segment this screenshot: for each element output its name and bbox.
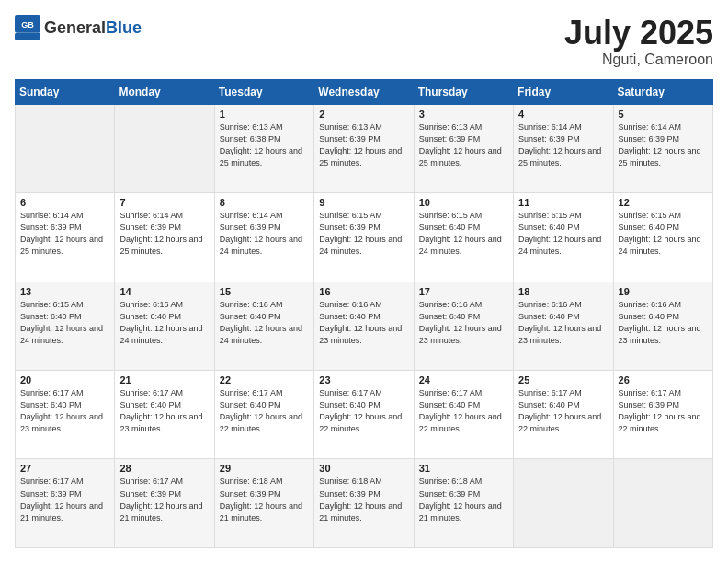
day-info: Sunrise: 6:16 AM Sunset: 6:40 PM Dayligh…	[518, 299, 608, 347]
day-number: 25	[518, 374, 608, 385]
table-row: 31Sunrise: 6:18 AM Sunset: 6:39 PM Dayli…	[414, 459, 513, 548]
day-info: Sunrise: 6:13 AM Sunset: 6:39 PM Dayligh…	[319, 121, 408, 169]
table-row	[613, 459, 712, 548]
header: GB General Blue July 2025 Nguti, Cameroo…	[15, 15, 713, 68]
table-row: 13Sunrise: 6:15 AM Sunset: 6:40 PM Dayli…	[16, 282, 115, 370]
col-sunday: Sunday	[16, 79, 115, 104]
calendar-week-row: 13Sunrise: 6:15 AM Sunset: 6:40 PM Dayli…	[16, 282, 713, 370]
day-info: Sunrise: 6:13 AM Sunset: 6:38 PM Dayligh…	[220, 121, 309, 169]
day-number: 18	[518, 286, 608, 297]
day-number: 22	[220, 374, 309, 385]
day-number: 5	[619, 109, 708, 120]
day-info: Sunrise: 6:15 AM Sunset: 6:40 PM Dayligh…	[419, 210, 508, 258]
col-monday: Monday	[115, 79, 214, 104]
day-info: Sunrise: 6:13 AM Sunset: 6:39 PM Dayligh…	[419, 121, 508, 169]
day-number: 26	[619, 374, 708, 385]
col-wednesday: Wednesday	[314, 79, 414, 104]
day-info: Sunrise: 6:17 AM Sunset: 6:40 PM Dayligh…	[119, 387, 209, 435]
logo: GB General Blue	[15, 15, 142, 40]
logo-general: General	[44, 19, 106, 36]
day-number: 9	[319, 197, 408, 208]
day-info: Sunrise: 6:17 AM Sunset: 6:39 PM Dayligh…	[119, 476, 209, 523]
day-info: Sunrise: 6:15 AM Sunset: 6:40 PM Dayligh…	[518, 210, 608, 258]
table-row: 9Sunrise: 6:15 AM Sunset: 6:39 PM Daylig…	[314, 193, 414, 282]
day-number: 20	[20, 374, 109, 385]
table-row	[115, 104, 214, 192]
day-info: Sunrise: 6:17 AM Sunset: 6:39 PM Dayligh…	[619, 387, 708, 435]
table-row: 21Sunrise: 6:17 AM Sunset: 6:40 PM Dayli…	[115, 371, 214, 459]
table-row: 20Sunrise: 6:17 AM Sunset: 6:40 PM Dayli…	[16, 371, 115, 459]
day-info: Sunrise: 6:17 AM Sunset: 6:40 PM Dayligh…	[419, 387, 508, 435]
table-row: 16Sunrise: 6:16 AM Sunset: 6:40 PM Dayli…	[314, 282, 414, 370]
table-row: 29Sunrise: 6:18 AM Sunset: 6:39 PM Dayli…	[214, 459, 313, 548]
day-info: Sunrise: 6:18 AM Sunset: 6:39 PM Dayligh…	[419, 476, 508, 523]
calendar-week-row: 20Sunrise: 6:17 AM Sunset: 6:40 PM Dayli…	[16, 371, 713, 459]
day-number: 23	[319, 374, 408, 385]
day-info: Sunrise: 6:14 AM Sunset: 6:39 PM Dayligh…	[20, 210, 109, 258]
day-info: Sunrise: 6:18 AM Sunset: 6:39 PM Dayligh…	[220, 476, 309, 523]
table-row: 8Sunrise: 6:14 AM Sunset: 6:39 PM Daylig…	[214, 193, 313, 282]
table-row	[16, 104, 115, 192]
day-info: Sunrise: 6:17 AM Sunset: 6:40 PM Dayligh…	[220, 387, 309, 435]
day-info: Sunrise: 6:17 AM Sunset: 6:40 PM Dayligh…	[20, 387, 109, 435]
day-info: Sunrise: 6:14 AM Sunset: 6:39 PM Dayligh…	[220, 210, 309, 258]
table-row: 18Sunrise: 6:16 AM Sunset: 6:40 PM Dayli…	[514, 282, 613, 370]
day-info: Sunrise: 6:14 AM Sunset: 6:39 PM Dayligh…	[119, 210, 209, 258]
table-row: 24Sunrise: 6:17 AM Sunset: 6:40 PM Dayli…	[414, 371, 513, 459]
day-info: Sunrise: 6:15 AM Sunset: 6:40 PM Dayligh…	[619, 210, 708, 258]
day-number: 10	[419, 197, 508, 208]
day-info: Sunrise: 6:17 AM Sunset: 6:40 PM Dayligh…	[319, 387, 408, 435]
day-number: 19	[619, 286, 708, 297]
calendar-week-row: 27Sunrise: 6:17 AM Sunset: 6:39 PM Dayli…	[16, 459, 713, 548]
table-row: 4Sunrise: 6:14 AM Sunset: 6:39 PM Daylig…	[514, 104, 613, 192]
col-saturday: Saturday	[613, 79, 712, 104]
day-info: Sunrise: 6:17 AM Sunset: 6:40 PM Dayligh…	[518, 387, 608, 435]
table-row: 10Sunrise: 6:15 AM Sunset: 6:40 PM Dayli…	[414, 193, 513, 282]
table-row: 25Sunrise: 6:17 AM Sunset: 6:40 PM Dayli…	[514, 371, 613, 459]
table-row: 14Sunrise: 6:16 AM Sunset: 6:40 PM Dayli…	[115, 282, 214, 370]
day-number: 17	[419, 286, 508, 297]
table-row: 28Sunrise: 6:17 AM Sunset: 6:39 PM Dayli…	[115, 459, 214, 548]
table-row: 5Sunrise: 6:14 AM Sunset: 6:39 PM Daylig…	[613, 104, 712, 192]
table-row: 26Sunrise: 6:17 AM Sunset: 6:39 PM Dayli…	[613, 371, 712, 459]
title-block: July 2025 Nguti, Cameroon	[564, 15, 713, 68]
day-info: Sunrise: 6:16 AM Sunset: 6:40 PM Dayligh…	[419, 299, 508, 347]
day-number: 31	[419, 463, 508, 474]
day-info: Sunrise: 6:15 AM Sunset: 6:39 PM Dayligh…	[319, 210, 408, 258]
day-info: Sunrise: 6:14 AM Sunset: 6:39 PM Dayligh…	[518, 121, 608, 169]
day-info: Sunrise: 6:16 AM Sunset: 6:40 PM Dayligh…	[619, 299, 708, 347]
day-number: 15	[220, 286, 309, 297]
day-number: 4	[518, 109, 608, 120]
table-row: 17Sunrise: 6:16 AM Sunset: 6:40 PM Dayli…	[414, 282, 513, 370]
table-row: 19Sunrise: 6:16 AM Sunset: 6:40 PM Dayli…	[613, 282, 712, 370]
day-number: 1	[220, 109, 309, 120]
day-number: 30	[319, 463, 408, 474]
table-row	[514, 459, 613, 548]
table-row: 30Sunrise: 6:18 AM Sunset: 6:39 PM Dayli…	[314, 459, 414, 548]
day-info: Sunrise: 6:18 AM Sunset: 6:39 PM Dayligh…	[319, 476, 408, 523]
day-number: 2	[319, 109, 408, 120]
svg-rect-1	[15, 33, 40, 40]
calendar-week-row: 6Sunrise: 6:14 AM Sunset: 6:39 PM Daylig…	[16, 193, 713, 282]
table-row: 7Sunrise: 6:14 AM Sunset: 6:39 PM Daylig…	[115, 193, 214, 282]
day-info: Sunrise: 6:16 AM Sunset: 6:40 PM Dayligh…	[319, 299, 408, 347]
generalblue-logo-icon: GB	[15, 15, 40, 40]
svg-text:GB: GB	[21, 20, 34, 29]
day-info: Sunrise: 6:17 AM Sunset: 6:39 PM Dayligh…	[20, 476, 109, 523]
day-number: 14	[119, 286, 209, 297]
day-number: 12	[619, 197, 708, 208]
day-number: 13	[20, 286, 109, 297]
calendar-header-row: Sunday Monday Tuesday Wednesday Thursday…	[16, 79, 713, 104]
calendar-table: Sunday Monday Tuesday Wednesday Thursday…	[15, 79, 713, 548]
day-number: 29	[220, 463, 309, 474]
col-friday: Friday	[514, 79, 613, 104]
table-row: 1Sunrise: 6:13 AM Sunset: 6:38 PM Daylig…	[214, 104, 313, 192]
table-row: 22Sunrise: 6:17 AM Sunset: 6:40 PM Dayli…	[214, 371, 313, 459]
day-info: Sunrise: 6:16 AM Sunset: 6:40 PM Dayligh…	[220, 299, 309, 347]
day-info: Sunrise: 6:14 AM Sunset: 6:39 PM Dayligh…	[619, 121, 708, 169]
day-info: Sunrise: 6:15 AM Sunset: 6:40 PM Dayligh…	[20, 299, 109, 347]
table-row: 23Sunrise: 6:17 AM Sunset: 6:40 PM Dayli…	[314, 371, 414, 459]
col-thursday: Thursday	[414, 79, 513, 104]
calendar-location: Nguti, Cameroon	[564, 52, 713, 68]
page: GB General Blue July 2025 Nguti, Cameroo…	[0, 0, 728, 563]
